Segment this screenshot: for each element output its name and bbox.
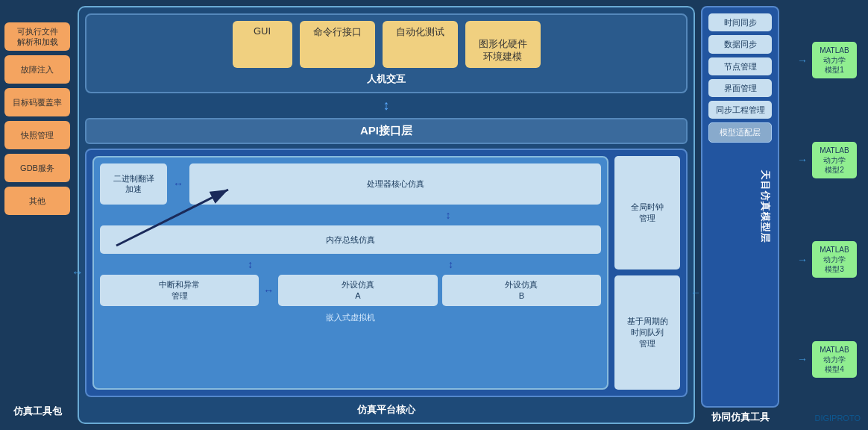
- periph-a-box: 外设仿真 A: [278, 275, 437, 306]
- tool-item-executable: 可执行文件 解析和加载: [4, 22, 70, 51]
- tool-item-coverage: 目标码覆盖率: [4, 88, 70, 116]
- tianmu-model-adapt: 模型适配层: [708, 122, 772, 142]
- main-container: 可执行文件 解析和加载 故障注入 目标码覆盖率 快照管理 GDB服务 其他 仿真…: [0, 0, 868, 430]
- matlab-section: → MATLAB 动力学 模型1 → MATLAB 动力学 模型2 → MATL…: [782, 0, 868, 430]
- hmi-gui-btn[interactable]: GUI: [233, 21, 292, 68]
- hmi-buttons: GUI 命令行接口 自动化测试 图形化硬件 环境建模: [233, 21, 541, 68]
- core-tianmu-arrow: ←: [691, 287, 701, 299]
- tianmu-section: ← 时间同步 数据同步 节点管理 界面管理 同步工程管理 模型适配层 天目仿真模…: [701, 6, 779, 408]
- matlab-group-3: → MATLAB 动力学 模型3: [797, 241, 862, 278]
- hmi-api-arrow: ↕: [85, 98, 688, 113]
- tianmu-time-sync: 时间同步: [708, 13, 772, 31]
- hmi-auto-btn[interactable]: 自动化测试: [383, 21, 458, 68]
- hmi-label: 人机交互: [367, 72, 406, 86]
- periph-b-box: 外设仿真 B: [442, 275, 601, 306]
- watermark: DIGIPROTO: [814, 414, 861, 423]
- interrupt-box: 中断和异常 管理: [100, 275, 259, 306]
- hmi-section: GUI 命令行接口 自动化测试 图形化硬件 环境建模 人机交互: [85, 13, 688, 93]
- sidebar-arrow: ↔: [72, 266, 84, 279]
- matlab2-arrow: →: [797, 154, 808, 166]
- tianmu-wrapper: ← 时间同步 数据同步 节点管理 界面管理 同步工程管理 模型适配层 天目仿真模…: [701, 6, 779, 424]
- tianmu-sync-proj: 同步工程管理: [708, 101, 772, 119]
- core-section: ↔ 二进制翻译 加速 ↔ 处理器核心仿真: [85, 149, 688, 397]
- processor-box: 处理器核心仿真: [189, 163, 601, 205]
- memory-bus-box: 内存总线仿真: [100, 225, 601, 254]
- vm-top-row: 二进制翻译 加速 ↔ 处理器核心仿真: [100, 163, 601, 205]
- matlab-box-3: MATLAB 动力学 模型3: [812, 241, 857, 278]
- global-clock-box: 全局时钟 管理: [614, 156, 680, 270]
- collab-label: 协同仿真工具: [701, 408, 779, 424]
- matlab3-arrow: →: [797, 254, 808, 266]
- tianmu-ui-mgmt: 界面管理: [708, 79, 772, 97]
- tool-item-other: 其他: [4, 187, 70, 215]
- time-queue-box: 基于周期的 时间队列 管理: [614, 275, 680, 390]
- matlab1-arrow: →: [797, 54, 808, 66]
- proc-mem-arrow: ↕: [100, 209, 601, 221]
- trans-proc-arrow: ↔: [173, 163, 183, 205]
- tool-item-fault: 故障注入: [4, 55, 70, 84]
- tool-item-gdb: GDB服务: [4, 154, 70, 182]
- matlab-box-4: MATLAB 动力学 模型4: [812, 341, 857, 378]
- interrupt-peripha-arrow: ↔: [263, 275, 274, 306]
- left-sidebar-label: 仿真工具包: [13, 405, 62, 423]
- tool-item-snapshot: 快照管理: [4, 121, 70, 149]
- vm-bottom-row: 中断和异常 管理 ↔ 外设仿真 A 外设仿真 B: [100, 275, 601, 306]
- binary-trans-box: 二进制翻译 加速: [100, 163, 167, 205]
- api-layer: API接口层: [85, 118, 688, 144]
- matlab-box-1: MATLAB 动力学 模型1: [812, 42, 857, 78]
- tianmu-vertical-label: 天目仿真模型层: [758, 170, 772, 243]
- matlab-box-2: MATLAB 动力学 模型2: [812, 142, 857, 178]
- matlab4-arrow: →: [797, 353, 808, 365]
- left-sidebar: 可执行文件 解析和加载 故障注入 目标码覆盖率 快照管理 GDB服务 其他 仿真…: [0, 0, 75, 430]
- tianmu-data-sync: 数据同步: [708, 35, 772, 53]
- vm-label: 嵌入式虚拟机: [100, 311, 601, 323]
- matlab-group-1: → MATLAB 动力学 模型1: [797, 42, 862, 78]
- tianmu-node-mgmt: 节点管理: [708, 57, 772, 75]
- center-content: GUI 命令行接口 自动化测试 图形化硬件 环境建模 人机交互: [78, 6, 695, 424]
- mem-periph-arrows: ↕ ↕: [100, 258, 601, 270]
- platform-label: 仿真平台核心: [85, 403, 688, 417]
- matlab-group-2: → MATLAB 动力学 模型2: [797, 142, 862, 178]
- hmi-graph-btn[interactable]: 图形化硬件 环境建模: [465, 21, 541, 68]
- core-right-column: 全局时钟 管理 基于周期的 时间队列 管理: [614, 156, 680, 390]
- hmi-cmd-btn[interactable]: 命令行接口: [300, 21, 375, 68]
- vm-mid-row: 内存总线仿真: [100, 225, 601, 254]
- vm-box: 二进制翻译 加速 ↔ 处理器核心仿真 ↕: [92, 156, 608, 390]
- matlab-group-4: → MATLAB 动力学 模型4: [797, 341, 862, 378]
